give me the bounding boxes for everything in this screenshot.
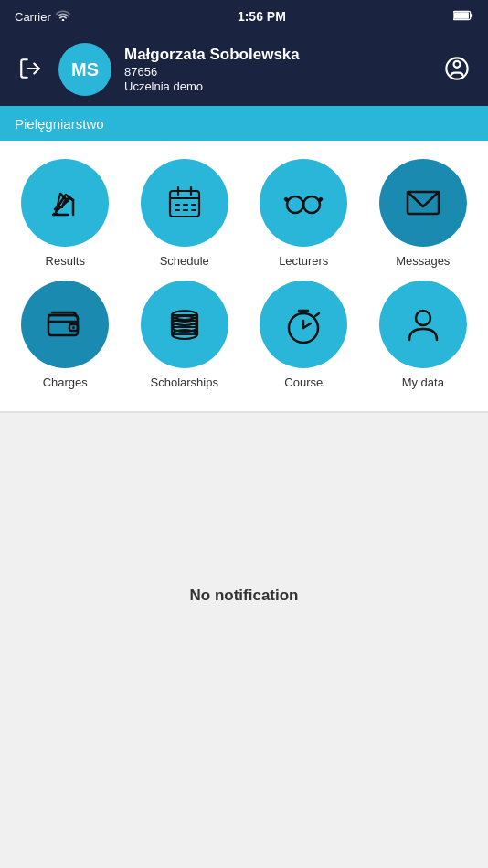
user-name: Małgorzata Sobolewska	[124, 46, 428, 64]
lecturers-label: Lecturers	[279, 254, 328, 268]
main-area: Results Schedule	[0, 141, 488, 411]
header: MS Małgorzata Sobolewska 87656 Uczelnia …	[0, 33, 488, 106]
scholarships-circle	[141, 281, 228, 368]
mydata-label: My data	[402, 376, 444, 389]
time-display: 1:56 PM	[238, 9, 286, 24]
avatar: MS	[58, 43, 111, 96]
charges-label: Charges	[43, 376, 88, 389]
messages-circle	[379, 159, 467, 247]
battery-icon	[453, 10, 473, 24]
svg-point-21	[303, 196, 320, 213]
messages-label: Messages	[396, 254, 450, 268]
logout-button[interactable]	[15, 53, 46, 87]
no-notification-text: No notification	[190, 587, 299, 605]
breadcrumb: Pielęgniarstwo	[0, 106, 488, 141]
lecturers-item[interactable]: Lecturers	[260, 159, 347, 268]
schedule-label: Schedule	[160, 254, 209, 268]
status-bar: Carrier 1:56 PM	[0, 0, 488, 33]
breadcrumb-text: Pielęgniarstwo	[15, 116, 104, 132]
results-item[interactable]: Results	[21, 159, 109, 268]
status-bar-right	[453, 10, 473, 24]
results-label: Results	[46, 254, 85, 268]
notification-area: No notification	[0, 413, 488, 778]
wifi-icon	[56, 10, 70, 24]
icon-grid: Results Schedule	[9, 159, 479, 389]
schedule-circle	[141, 159, 228, 247]
scholarships-item[interactable]: Scholarships	[141, 281, 228, 389]
svg-line-41	[315, 313, 319, 316]
scholarships-label: Scholarships	[151, 376, 218, 389]
results-circle	[21, 159, 109, 247]
university-name: Uczelnia demo	[124, 79, 428, 93]
mydata-circle	[379, 281, 467, 368]
status-bar-left: Carrier	[15, 10, 70, 24]
settings-button[interactable]	[440, 52, 473, 88]
user-info: Małgorzata Sobolewska 87656 Uczelnia dem…	[124, 46, 428, 93]
carrier-label: Carrier	[15, 10, 51, 24]
messages-item[interactable]: Messages	[379, 159, 467, 268]
mydata-item[interactable]: My data	[379, 281, 467, 389]
schedule-item[interactable]: Schedule	[141, 159, 228, 268]
svg-point-42	[416, 311, 430, 325]
course-circle	[260, 281, 347, 368]
charges-item[interactable]: Charges	[21, 281, 109, 389]
student-id: 87656	[124, 65, 428, 79]
svg-rect-2	[471, 13, 472, 16]
svg-point-28	[72, 326, 75, 329]
svg-point-20	[287, 196, 303, 213]
charges-circle	[21, 281, 109, 368]
lecturers-circle	[260, 159, 347, 247]
course-label: Course	[284, 376, 323, 389]
svg-point-5	[454, 60, 461, 67]
svg-rect-1	[454, 12, 469, 19]
course-item[interactable]: Course	[260, 281, 347, 389]
